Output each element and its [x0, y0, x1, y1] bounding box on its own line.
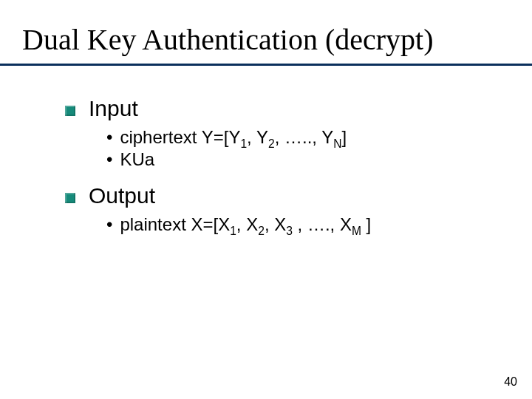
subscript: 3: [286, 225, 293, 237]
section-items-output: • plaintext X=[X1, X2, X3 , …., XM ]: [106, 214, 479, 235]
square-bullet-icon: [65, 193, 75, 203]
text-run: ]: [361, 214, 371, 234]
title-underline: [0, 64, 532, 66]
heading-text: Input: [89, 96, 138, 121]
text-run: ]: [342, 127, 347, 147]
list-item: • plaintext X=[X1, X2, X3 , …., XM ]: [106, 214, 479, 235]
item-text: ciphertext Y=[Y1, Y2, ….., YN]: [120, 127, 347, 148]
item-text: plaintext X=[X1, X2, X3 , …., XM ]: [120, 214, 371, 235]
slide: Dual Key Authentication (decrypt) Input …: [0, 0, 532, 399]
subscript: 1: [230, 225, 236, 237]
section-items-input: • ciphertext Y=[Y1, Y2, ….., YN] • KUa: [106, 127, 479, 170]
text-run: plaintext X=[X: [120, 214, 230, 234]
list-item: • ciphertext Y=[Y1, Y2, ….., YN]: [106, 127, 479, 148]
text-run: , X: [236, 214, 258, 234]
slide-title: Dual Key Authentication (decrypt): [22, 22, 433, 57]
section-heading-output: Output: [65, 183, 479, 208]
subscript: 2: [258, 225, 265, 237]
text-run: ciphertext Y=[Y: [120, 127, 240, 147]
heading-text: Output: [89, 183, 155, 208]
text-run: , ….., Y: [275, 127, 334, 147]
list-item: • KUa: [106, 149, 479, 170]
subscript: N: [333, 137, 341, 150]
bullet-dot-icon: •: [106, 129, 112, 146]
text-run: , Y: [247, 127, 268, 147]
square-bullet-icon: [65, 106, 75, 116]
subscript: 1: [240, 137, 247, 150]
section-heading-input: Input: [65, 96, 479, 121]
subscript: 2: [268, 137, 275, 150]
subscript: M: [352, 225, 361, 237]
text-run: , X: [265, 214, 286, 234]
item-text: KUa: [120, 149, 154, 170]
text-run: , …., X: [293, 214, 352, 234]
page-number: 40: [504, 375, 517, 389]
bullet-dot-icon: •: [106, 216, 112, 233]
slide-body: Input • ciphertext Y=[Y1, Y2, ….., YN] •…: [65, 96, 479, 248]
text-run: KUa: [120, 149, 154, 169]
bullet-dot-icon: •: [106, 151, 112, 168]
